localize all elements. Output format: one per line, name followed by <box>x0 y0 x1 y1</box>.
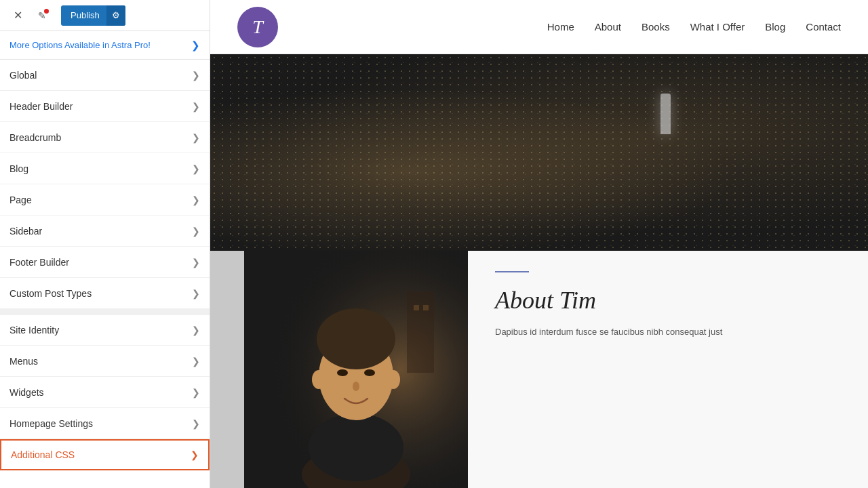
menu-item-breadcrumb[interactable]: Breadcrumb❯ <box>0 122 210 153</box>
about-divider <box>495 271 529 272</box>
site-preview-area: T HomeAboutBooksWhat I OfferBlogContact <box>210 0 868 488</box>
svg-point-6 <box>337 369 348 376</box>
menu-item-label: Menus <box>9 356 38 367</box>
menu-item-widgets[interactable]: Widgets❯ <box>0 377 210 408</box>
about-text-section: About Tim Dapibus id interdum fusce se f… <box>468 251 868 488</box>
chevron-icon: ❯ <box>192 195 200 205</box>
lower-section: About Tim Dapibus id interdum fusce se f… <box>210 251 868 488</box>
menu-item-label: Page <box>9 195 32 205</box>
pencil-button[interactable]: ✎ <box>33 6 52 25</box>
menu-item-label: Custom Post Types <box>9 288 92 299</box>
svg-point-8 <box>353 382 359 391</box>
person-svg <box>244 251 468 488</box>
nav-item-books[interactable]: Books <box>642 21 670 33</box>
menu-item-footer-builder[interactable]: Footer Builder❯ <box>0 247 210 278</box>
menu-item-label: Sidebar <box>9 226 42 237</box>
about-heading: About Tim <box>495 286 848 314</box>
person-photo <box>244 251 468 488</box>
grey-box-left <box>210 251 244 488</box>
menu-item-global[interactable]: Global❯ <box>0 60 210 91</box>
svg-point-9 <box>312 370 326 389</box>
about-body: Dapibus id interdum fusce se faucibus ni… <box>495 325 848 340</box>
menu-item-site-identity[interactable]: Site Identity❯ <box>0 314 210 346</box>
menu-item-label: Additional CSS <box>11 449 75 460</box>
chevron-icon: ❯ <box>192 226 200 237</box>
chevron-icon: ❯ <box>192 70 200 81</box>
svg-point-10 <box>387 370 400 389</box>
menu-item-menus[interactable]: Menus❯ <box>0 346 210 377</box>
site-header: T HomeAboutBooksWhat I OfferBlogContact <box>210 0 868 54</box>
menu-separator <box>0 309 210 314</box>
menu-list: Global❯Header Builder❯Breadcrumb❯Blog❯Pa… <box>0 60 210 488</box>
nav-item-contact[interactable]: Contact <box>806 21 841 33</box>
publish-button[interactable]: Publish ⚙ <box>61 5 125 26</box>
hero-section <box>210 54 868 251</box>
chevron-icon: ❯ <box>192 288 200 299</box>
chevron-icon: ❯ <box>192 356 200 367</box>
menu-item-label: Global <box>9 70 37 81</box>
menu-item-label: Site Identity <box>9 325 59 336</box>
menu-item-page[interactable]: Page❯ <box>0 184 210 216</box>
svg-rect-11 <box>407 291 434 373</box>
menu-item-label: Widgets <box>9 387 44 398</box>
menu-item-blog[interactable]: Blog❯ <box>0 153 210 184</box>
svg-rect-12 <box>414 305 419 310</box>
chevron-icon: ❯ <box>192 101 200 112</box>
chevron-icon: ❯ <box>192 387 200 398</box>
publish-label: Publish <box>71 10 100 20</box>
menu-item-label: Blog <box>9 163 28 174</box>
chevron-icon: ❯ <box>192 163 200 174</box>
nav-item-blog[interactable]: Blog <box>765 21 785 33</box>
nav-item-what-i-offer[interactable]: What I Offer <box>690 21 745 33</box>
svg-point-5 <box>317 308 395 369</box>
site-logo: T <box>237 7 278 47</box>
site-nav: HomeAboutBooksWhat I OfferBlogContact <box>547 21 841 33</box>
close-icon: ✕ <box>14 9 22 22</box>
menu-item-additional-css[interactable]: Additional CSS❯ <box>0 439 210 470</box>
menu-item-sidebar[interactable]: Sidebar❯ <box>0 216 210 247</box>
chevron-icon: ❯ <box>192 132 200 143</box>
gear-icon: ⚙ <box>106 5 125 26</box>
astra-pro-banner[interactable]: More Options Available in Astra Pro! ❯ <box>0 31 210 60</box>
menu-item-header-builder[interactable]: Header Builder❯ <box>0 91 210 122</box>
menu-item-homepage-settings[interactable]: Homepage Settings❯ <box>0 408 210 439</box>
nav-item-about[interactable]: About <box>595 21 621 33</box>
chevron-icon: ❯ <box>191 449 199 460</box>
site-preview: T HomeAboutBooksWhat I OfferBlogContact <box>210 0 868 488</box>
chevron-icon: ❯ <box>192 418 200 429</box>
astra-pro-label: More Options Available in Astra Pro! <box>9 40 151 50</box>
close-button[interactable]: ✕ <box>8 6 27 25</box>
top-bar: ✕ ✎ Publish ⚙ <box>0 0 210 31</box>
menu-item-custom-post-types[interactable]: Custom Post Types❯ <box>0 278 210 309</box>
chevron-icon: ❯ <box>192 325 200 336</box>
svg-point-3 <box>309 413 403 481</box>
menu-item-label: Footer Builder <box>9 257 69 268</box>
menu-item-label: Homepage Settings <box>9 418 93 429</box>
hero-background <box>210 54 868 251</box>
nav-item-home[interactable]: Home <box>547 21 574 33</box>
customizer-panel: ✕ ✎ Publish ⚙ More Options Available in … <box>0 0 210 488</box>
menu-item-label: Header Builder <box>9 101 73 112</box>
astra-pro-chevron: ❯ <box>191 39 200 52</box>
svg-rect-13 <box>423 305 429 310</box>
svg-point-7 <box>364 369 375 376</box>
notification-dot <box>44 9 49 14</box>
chevron-icon: ❯ <box>192 257 200 268</box>
menu-item-label: Breadcrumb <box>9 132 61 143</box>
